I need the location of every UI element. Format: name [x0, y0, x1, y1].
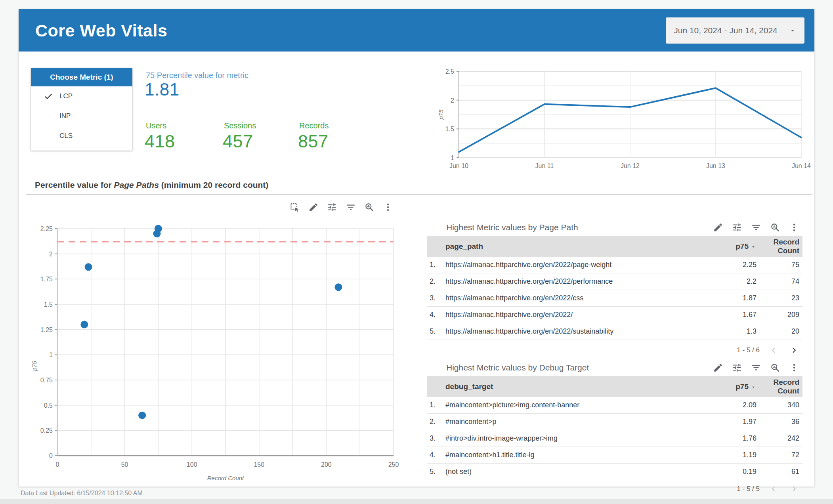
svg-text:150: 150	[254, 461, 264, 468]
table-row[interactable]: 5.https://almanac.httparchive.org/en/202…	[427, 323, 802, 340]
table-body: 1.#maincontent>picture>img.content-banne…	[427, 397, 802, 480]
tune-icon[interactable]	[732, 363, 742, 373]
sessions-scorecard-value: 457	[223, 131, 253, 152]
row-record-count: 242	[757, 434, 802, 443]
tune-icon[interactable]	[327, 202, 337, 212]
caret-down-icon	[789, 27, 797, 34]
users-scorecard-value: 418	[145, 131, 175, 152]
pagination-label: 1 - 5 / 6	[737, 346, 760, 354]
row-key: https://almanac.httparchive.org/en/2022/…	[445, 294, 709, 302]
tune-icon[interactable]	[732, 222, 742, 233]
edit-icon[interactable]	[713, 363, 723, 373]
column-header-key[interactable]: page_path	[445, 242, 709, 251]
date-range-selector[interactable]: Jun 10, 2024 - Jun 14, 2024	[666, 17, 804, 44]
section-title: Percentile value for Page Paths (minimum…	[35, 180, 268, 190]
edit-icon[interactable]	[713, 222, 723, 233]
records-scorecard-label: Records	[299, 121, 329, 130]
filter-icon[interactable]	[346, 202, 356, 212]
table-pagination: 1 - 5 / 5	[427, 480, 802, 498]
edit-icon[interactable]	[308, 202, 319, 212]
row-record-count: 20	[757, 327, 802, 336]
row-key: #intro>div.intro-image-wrapper>img	[445, 434, 709, 443]
svg-text:Jun 12: Jun 12	[621, 162, 640, 169]
page-title: Core Web Vitals	[35, 21, 167, 40]
column-header-record-count[interactable]: Record Count	[757, 378, 802, 395]
svg-text:Jun 11: Jun 11	[535, 162, 554, 169]
column-header-key[interactable]: debug_target	[445, 382, 709, 391]
table-row[interactable]: 1.#maincontent>picture>img.content-banne…	[427, 397, 802, 414]
sort-caret-icon	[750, 243, 757, 250]
table-row[interactable]: 1.https://almanac.httparchive.org/en/202…	[427, 257, 802, 273]
check-icon	[44, 92, 53, 101]
svg-text:250: 250	[388, 461, 399, 468]
svg-text:p75: p75	[438, 109, 444, 120]
row-key: #maincontent>p	[445, 418, 709, 426]
row-p75: 2.09	[709, 401, 757, 409]
table-pagination: 1 - 5 / 6	[427, 340, 802, 361]
metric-option-label: LCP	[59, 92, 73, 100]
row-key: https://almanac.httparchive.org/en/2022/…	[445, 327, 709, 336]
column-header-record-count[interactable]: Record Count	[757, 238, 802, 255]
row-index: 5.	[427, 327, 445, 336]
row-p75: 1.97	[709, 418, 757, 426]
pagination-prev-icon[interactable]	[768, 484, 779, 494]
row-record-count: 74	[757, 277, 802, 286]
row-index: 5.	[427, 468, 445, 476]
chart-zoom-icon[interactable]	[770, 222, 780, 233]
svg-text:0: 0	[56, 461, 59, 468]
row-index: 2.	[427, 277, 445, 286]
chart-zoom-icon[interactable]	[364, 202, 374, 212]
metric-option-list: LCPINPCLS	[31, 86, 132, 146]
pagination-prev-icon[interactable]	[768, 345, 779, 355]
row-record-count: 23	[757, 294, 802, 302]
metric-option-inp[interactable]: INP	[31, 106, 132, 126]
column-header-p75[interactable]: p75	[709, 242, 757, 251]
svg-text:Jun 13: Jun 13	[706, 162, 725, 169]
chart-zoom-icon[interactable]	[770, 363, 780, 373]
page-path-table-card: Highest Metric values by Page Path page_…	[427, 219, 802, 361]
metric-option-label: CLS	[59, 132, 73, 140]
row-index: 1.	[427, 401, 445, 409]
table-row[interactable]: 4.https://almanac.httparchive.org/en/202…	[427, 307, 802, 323]
row-record-count: 72	[757, 451, 802, 459]
select-region-icon[interactable]	[290, 202, 300, 212]
more-options-icon[interactable]	[789, 363, 799, 373]
filter-icon[interactable]	[751, 222, 761, 233]
sort-caret-icon	[750, 384, 757, 390]
row-record-count: 61	[757, 468, 802, 476]
metric-selector-header[interactable]: Choose Metric (1)	[31, 68, 132, 86]
table-title: Highest Metric values by Debug Target	[427, 363, 713, 372]
row-key: https://almanac.httparchive.org/en/2022/…	[445, 277, 709, 286]
svg-text:2: 2	[451, 97, 454, 104]
table-header-row: Highest Metric values by Page Path	[427, 219, 802, 236]
table-row[interactable]: 4.#maincontent>h1.title.title-lg1.1972	[427, 447, 802, 464]
records-scorecard-value: 857	[298, 131, 329, 152]
svg-text:0: 0	[49, 452, 53, 459]
table-row[interactable]: 2.#maincontent>p1.9736	[427, 414, 802, 430]
table-row[interactable]: 5.(not set)0.1961	[427, 464, 802, 480]
table-row[interactable]: 3.#intro>div.intro-image-wrapper>img1.76…	[427, 430, 802, 447]
row-key: (not set)	[445, 468, 709, 476]
scatter-chart-toolbar	[290, 202, 393, 212]
section-title-suffix: (minimum 20 record count)	[159, 180, 269, 189]
row-index: 1.	[427, 261, 445, 269]
metric-selector-panel: Choose Metric (1) LCPINPCLS	[31, 68, 132, 151]
table-row[interactable]: 3.https://almanac.httparchive.org/en/202…	[427, 290, 802, 307]
pagination-next-icon[interactable]	[789, 345, 799, 355]
pagination-next-icon[interactable]	[789, 484, 799, 494]
more-options-icon[interactable]	[789, 222, 799, 233]
more-options-icon[interactable]	[383, 202, 393, 212]
section-title-italic: Page Paths	[114, 180, 159, 189]
table-body: 1.https://almanac.httparchive.org/en/202…	[427, 257, 802, 340]
metric-option-cls[interactable]: CLS	[31, 126, 132, 146]
filter-icon[interactable]	[751, 363, 761, 373]
column-header-p75[interactable]: p75	[709, 382, 757, 391]
metric-option-lcp[interactable]: LCP	[31, 86, 132, 106]
table-row[interactable]: 2.https://almanac.httparchive.org/en/202…	[427, 273, 802, 290]
svg-text:0.75: 0.75	[40, 377, 53, 384]
section-title-prefix: Percentile value for	[35, 180, 114, 189]
debug-target-table-card: Highest Metric values by Debug Target de…	[427, 359, 802, 498]
row-p75: 1.76	[709, 434, 757, 443]
row-key: #maincontent>picture>img.content-banner	[445, 401, 709, 409]
svg-text:p75: p75	[31, 361, 38, 371]
